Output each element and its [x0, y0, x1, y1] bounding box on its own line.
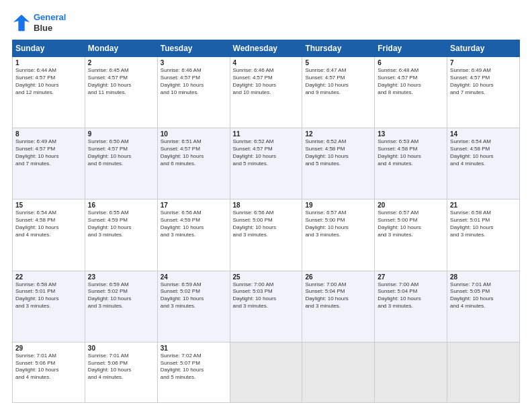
calendar-cell: 9Sunrise: 6:50 AMSunset: 4:57 PMDaylight…	[85, 128, 157, 199]
page: General Blue SundayMondayTuesdayWednesda…	[0, 0, 532, 411]
day-number: 17	[161, 201, 227, 209]
cell-details: Sunrise: 6:44 AMSunset: 4:57 PMDaylight:…	[15, 67, 82, 96]
calendar-cell: 16Sunrise: 6:55 AMSunset: 4:59 PMDayligh…	[85, 199, 157, 271]
day-number: 16	[88, 201, 154, 209]
calendar-body: 1Sunrise: 6:44 AMSunset: 4:57 PMDaylight…	[13, 57, 520, 403]
calendar-cell: 23Sunrise: 6:59 AMSunset: 5:02 PMDayligh…	[85, 271, 157, 342]
calendar-day-header: Wednesday	[230, 40, 302, 57]
calendar-day-header: Saturday	[447, 40, 520, 57]
calendar-cell: 5Sunrise: 6:47 AMSunset: 4:57 PMDaylight…	[302, 57, 375, 128]
day-number: 24	[161, 273, 227, 281]
header: General Blue	[12, 12, 520, 33]
cell-details: Sunrise: 6:58 AMSunset: 5:01 PMDaylight:…	[15, 281, 82, 310]
calendar-day-header: Thursday	[302, 40, 375, 57]
cell-details: Sunrise: 6:48 AMSunset: 4:57 PMDaylight:…	[378, 67, 444, 96]
cell-details: Sunrise: 6:57 AMSunset: 5:00 PMDaylight:…	[305, 210, 371, 238]
day-number: 23	[88, 273, 154, 281]
calendar-cell: 18Sunrise: 6:56 AMSunset: 5:00 PMDayligh…	[230, 199, 302, 271]
calendar-cell: 24Sunrise: 6:59 AMSunset: 5:02 PMDayligh…	[157, 271, 230, 342]
day-number: 21	[450, 201, 517, 209]
cell-details: Sunrise: 6:47 AMSunset: 4:57 PMDaylight:…	[305, 67, 371, 96]
calendar-cell	[230, 342, 302, 402]
cell-details: Sunrise: 6:54 AMSunset: 4:58 PMDaylight:…	[15, 210, 82, 238]
day-number: 7	[450, 59, 517, 66]
day-number: 27	[378, 273, 444, 281]
calendar-cell	[447, 342, 520, 402]
cell-details: Sunrise: 6:52 AMSunset: 4:57 PMDaylight:…	[233, 138, 300, 167]
calendar-week-row: 22Sunrise: 6:58 AMSunset: 5:01 PMDayligh…	[13, 271, 520, 342]
cell-details: Sunrise: 6:56 AMSunset: 5:00 PMDaylight:…	[233, 210, 300, 238]
day-number: 18	[233, 201, 300, 209]
calendar-day-header: Sunday	[13, 40, 85, 57]
day-number: 1	[15, 59, 82, 66]
calendar-cell: 3Sunrise: 6:46 AMSunset: 4:57 PMDaylight…	[157, 57, 230, 128]
calendar-day-header: Tuesday	[157, 40, 230, 57]
calendar-header-row: SundayMondayTuesdayWednesdayThursdayFrid…	[13, 40, 520, 57]
cell-details: Sunrise: 6:49 AMSunset: 4:57 PMDaylight:…	[450, 67, 517, 96]
cell-details: Sunrise: 6:56 AMSunset: 4:59 PMDaylight:…	[161, 210, 227, 238]
cell-details: Sunrise: 6:54 AMSunset: 4:58 PMDaylight:…	[450, 138, 517, 167]
calendar-cell: 28Sunrise: 7:01 AMSunset: 5:05 PMDayligh…	[447, 271, 520, 342]
day-number: 12	[305, 130, 371, 138]
calendar-cell: 11Sunrise: 6:52 AMSunset: 4:57 PMDayligh…	[230, 128, 302, 199]
calendar-cell: 2Sunrise: 6:45 AMSunset: 4:57 PMDaylight…	[85, 57, 157, 128]
day-number: 5	[305, 59, 371, 66]
cell-details: Sunrise: 6:53 AMSunset: 4:58 PMDaylight:…	[378, 138, 444, 167]
day-number: 20	[378, 201, 444, 209]
calendar-cell: 21Sunrise: 6:58 AMSunset: 5:01 PMDayligh…	[447, 199, 520, 271]
calendar-week-row: 29Sunrise: 7:01 AMSunset: 5:06 PMDayligh…	[13, 342, 520, 402]
day-number: 4	[233, 59, 300, 66]
svg-marker-0	[13, 14, 30, 30]
day-number: 28	[450, 273, 517, 281]
cell-details: Sunrise: 6:59 AMSunset: 5:02 PMDaylight:…	[161, 281, 227, 310]
calendar-day-header: Friday	[375, 40, 447, 57]
calendar-cell: 19Sunrise: 6:57 AMSunset: 5:00 PMDayligh…	[302, 199, 375, 271]
calendar-cell: 29Sunrise: 7:01 AMSunset: 5:06 PMDayligh…	[13, 342, 85, 402]
cell-details: Sunrise: 6:59 AMSunset: 5:02 PMDaylight:…	[88, 281, 154, 310]
calendar-week-row: 15Sunrise: 6:54 AMSunset: 4:58 PMDayligh…	[13, 199, 520, 271]
cell-details: Sunrise: 6:55 AMSunset: 4:59 PMDaylight:…	[88, 210, 154, 238]
calendar-cell: 17Sunrise: 6:56 AMSunset: 4:59 PMDayligh…	[157, 199, 230, 271]
day-number: 3	[161, 59, 227, 66]
calendar-cell: 20Sunrise: 6:57 AMSunset: 5:00 PMDayligh…	[375, 199, 447, 271]
calendar-cell: 6Sunrise: 6:48 AMSunset: 4:57 PMDaylight…	[375, 57, 447, 128]
calendar-cell	[375, 342, 447, 402]
cell-details: Sunrise: 6:51 AMSunset: 4:57 PMDaylight:…	[161, 138, 227, 167]
day-number: 25	[233, 273, 300, 281]
calendar-cell: 15Sunrise: 6:54 AMSunset: 4:58 PMDayligh…	[13, 199, 85, 271]
calendar-cell: 12Sunrise: 6:52 AMSunset: 4:58 PMDayligh…	[302, 128, 375, 199]
day-number: 15	[15, 201, 82, 209]
day-number: 31	[161, 345, 227, 352]
day-number: 10	[161, 130, 227, 138]
cell-details: Sunrise: 7:00 AMSunset: 5:04 PMDaylight:…	[305, 281, 371, 310]
calendar-cell	[302, 342, 375, 402]
calendar-cell: 26Sunrise: 7:00 AMSunset: 5:04 PMDayligh…	[302, 271, 375, 342]
cell-details: Sunrise: 7:01 AMSunset: 5:06 PMDaylight:…	[88, 353, 154, 381]
day-number: 26	[305, 273, 371, 281]
calendar-cell: 30Sunrise: 7:01 AMSunset: 5:06 PMDayligh…	[85, 342, 157, 402]
day-number: 2	[88, 59, 154, 66]
day-number: 11	[233, 130, 300, 138]
calendar-cell: 8Sunrise: 6:49 AMSunset: 4:57 PMDaylight…	[13, 128, 85, 199]
calendar-cell: 1Sunrise: 6:44 AMSunset: 4:57 PMDaylight…	[13, 57, 85, 128]
day-number: 13	[378, 130, 444, 138]
day-number: 9	[88, 130, 154, 138]
logo: General Blue	[12, 12, 66, 33]
calendar-cell: 4Sunrise: 6:46 AMSunset: 4:57 PMDaylight…	[230, 57, 302, 128]
calendar-day-header: Monday	[85, 40, 157, 57]
cell-details: Sunrise: 7:00 AMSunset: 5:03 PMDaylight:…	[233, 281, 300, 310]
day-number: 6	[378, 59, 444, 66]
cell-details: Sunrise: 6:57 AMSunset: 5:00 PMDaylight:…	[378, 210, 444, 238]
calendar-table: SundayMondayTuesdayWednesdayThursdayFrid…	[12, 40, 520, 403]
day-number: 29	[15, 345, 82, 352]
cell-details: Sunrise: 6:45 AMSunset: 4:57 PMDaylight:…	[88, 67, 154, 96]
day-number: 14	[450, 130, 517, 138]
cell-details: Sunrise: 6:50 AMSunset: 4:57 PMDaylight:…	[88, 138, 154, 167]
calendar-cell: 25Sunrise: 7:00 AMSunset: 5:03 PMDayligh…	[230, 271, 302, 342]
cell-details: Sunrise: 7:02 AMSunset: 5:07 PMDaylight:…	[161, 353, 227, 381]
day-number: 19	[305, 201, 371, 209]
calendar-cell: 7Sunrise: 6:49 AMSunset: 4:57 PMDaylight…	[447, 57, 520, 128]
logo-icon	[12, 13, 31, 32]
cell-details: Sunrise: 6:46 AMSunset: 4:57 PMDaylight:…	[233, 67, 300, 96]
cell-details: Sunrise: 6:52 AMSunset: 4:58 PMDaylight:…	[305, 138, 371, 167]
